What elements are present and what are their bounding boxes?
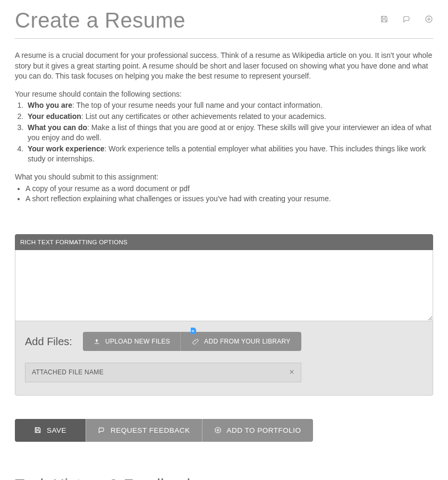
cursor-icon — [191, 327, 196, 333]
submit-label: What you should submit to this assignmen… — [15, 172, 433, 183]
chat-icon[interactable] — [402, 15, 411, 23]
file-button-group: UPLOAD NEW FILES ADD FROM YOUR LIBRARY — [83, 332, 301, 351]
page-title: Create a Resume — [15, 5, 185, 35]
editor-block: RICH TEXT FORMATTING OPTIONS Add Files: … — [15, 234, 433, 396]
add-from-library-button[interactable]: ADD FROM YOUR LIBRARY — [181, 332, 301, 351]
plus-circle-icon — [214, 426, 222, 434]
section-rest: : List out any certificates or other ach… — [81, 112, 326, 121]
section-bold: Who you are — [28, 101, 72, 109]
attached-files: ATTACHED FILE NAME × — [25, 363, 423, 382]
section-bold: Your work experience — [28, 144, 104, 153]
upload-icon — [94, 338, 100, 345]
header-icon-row — [380, 5, 433, 23]
request-feedback-button[interactable]: REQUEST FEEDBACK — [86, 419, 202, 442]
library-label: ADD FROM YOUR LIBRARY — [204, 338, 291, 345]
intro-lead: A resume is a crucial document for your … — [15, 50, 433, 82]
upload-new-files-button[interactable]: UPLOAD NEW FILES — [83, 332, 181, 351]
list-item: What you can do: Make a list of things t… — [26, 123, 433, 143]
add-files-label: Add Files: — [25, 334, 72, 349]
response-textarea[interactable] — [15, 250, 433, 321]
plus-icon[interactable] — [425, 15, 433, 23]
section-rest: : Make a list of things that you are goo… — [28, 123, 432, 142]
page-header: Create a Resume — [15, 5, 433, 39]
sections-label: Your resume should contain the following… — [15, 89, 433, 100]
attached-file-chip: ATTACHED FILE NAME × — [25, 363, 301, 382]
save-icon — [34, 426, 41, 434]
paperclip-icon — [192, 338, 199, 345]
action-button-row: SAVE REQUEST FEEDBACK ADD TO PORTFOLIO — [15, 419, 313, 442]
list-item: A short reflection explaining what chall… — [26, 194, 433, 204]
remove-attachment-icon[interactable]: × — [289, 368, 294, 376]
list-item: Your work experience: Work experience te… — [26, 144, 433, 165]
section-bold: Your education — [28, 112, 81, 121]
save-label: SAVE — [47, 426, 66, 434]
attached-file-name: ATTACHED FILE NAME — [32, 368, 104, 377]
save-button[interactable]: SAVE — [15, 419, 86, 442]
task-history-title: Task History & Feedback: — [15, 474, 433, 480]
chat-icon — [98, 426, 105, 434]
section-bold: What you can do — [28, 123, 87, 132]
request-label: REQUEST FEEDBACK — [111, 426, 190, 434]
list-item: Who you are: The top of your resume need… — [26, 100, 433, 111]
list-item: Your education: List out any certificate… — [26, 112, 433, 122]
add-to-portfolio-button[interactable]: ADD TO PORTFOLIO — [202, 419, 313, 442]
portfolio-label: ADD TO PORTFOLIO — [227, 426, 301, 434]
list-item: A copy of your resume as a word document… — [26, 184, 433, 194]
sections-list: Who you are: The top of your resume need… — [15, 100, 433, 165]
upload-label: UPLOAD NEW FILES — [105, 338, 170, 345]
save-icon[interactable] — [380, 15, 388, 23]
add-files-panel: Add Files: UPLOAD NEW FILES ADD FROM YOU… — [15, 321, 433, 396]
assignment-description: A resume is a crucial document for your … — [15, 50, 433, 204]
section-rest: : The top of your resume needs your full… — [72, 101, 323, 109]
rich-text-toolbar[interactable]: RICH TEXT FORMATTING OPTIONS — [15, 234, 433, 250]
submit-list: A copy of your resume as a word document… — [15, 184, 433, 204]
